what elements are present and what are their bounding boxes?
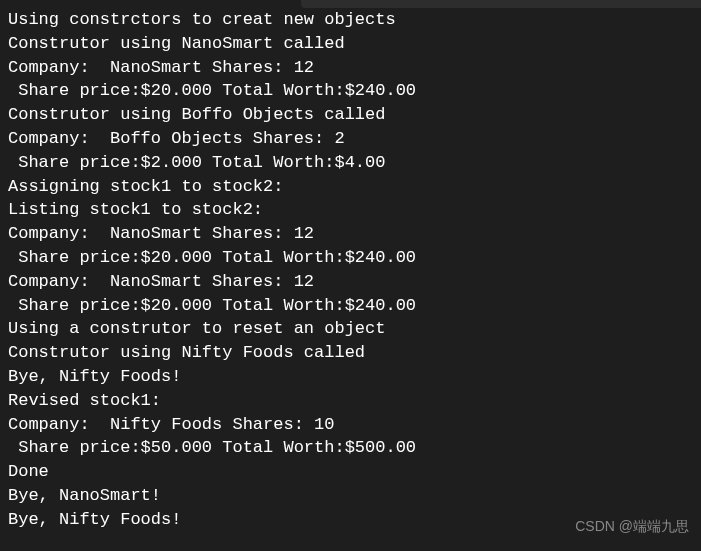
console-line: Bye, NanoSmart!	[8, 484, 693, 508]
console-line: Bye, Nifty Foods!	[8, 365, 693, 389]
console-line: Revised stock1:	[8, 389, 693, 413]
console-line: Listing stock1 to stock2:	[8, 198, 693, 222]
window-top-bar	[301, 0, 701, 8]
console-line: Using constrctors to creat new objects	[8, 8, 693, 32]
console-line: Share price:$2.000 Total Worth:$4.00	[8, 151, 693, 175]
console-line: Share price:$50.000 Total Worth:$500.00	[8, 436, 693, 460]
console-line: Company: NanoSmart Shares: 12	[8, 270, 693, 294]
console-line: Using a construtor to reset an object	[8, 317, 693, 341]
console-line: Done	[8, 460, 693, 484]
console-line: Construtor using Nifty Foods called	[8, 341, 693, 365]
console-line: Share price:$20.000 Total Worth:$240.00	[8, 79, 693, 103]
console-line: Company: Nifty Foods Shares: 10	[8, 413, 693, 437]
console-line: Company: NanoSmart Shares: 12	[8, 222, 693, 246]
console-line: Share price:$20.000 Total Worth:$240.00	[8, 294, 693, 318]
console-line: Construtor using Boffo Objects called	[8, 103, 693, 127]
console-line: Share price:$20.000 Total Worth:$240.00	[8, 246, 693, 270]
console-line: Construtor using NanoSmart called	[8, 32, 693, 56]
console-line: Company: Boffo Objects Shares: 2	[8, 127, 693, 151]
console-line: Assigning stock1 to stock2:	[8, 175, 693, 199]
watermark-text: CSDN @端端九思	[575, 517, 689, 537]
console-line: Company: NanoSmart Shares: 12	[8, 56, 693, 80]
console-output: Using constrctors to creat new objects C…	[8, 8, 693, 532]
